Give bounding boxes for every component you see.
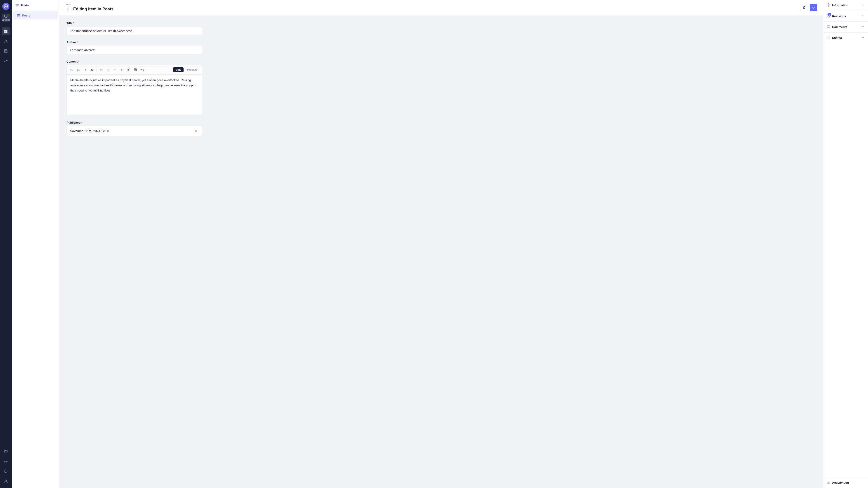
- header-left: Posts Editing Item in Posts: [65, 3, 114, 12]
- revisions-left: 7 Revisions: [827, 14, 846, 18]
- information-header[interactable]: Information: [823, 0, 868, 11]
- toolbar-blockquote-btn[interactable]: ": [112, 67, 118, 73]
- editor-toolbar: T T B I S: [67, 65, 202, 74]
- svg-text:3.: 3.: [107, 70, 107, 71]
- svg-point-15: [5, 461, 6, 462]
- main-content: Posts Editing Item in Posts: [59, 0, 823, 488]
- svg-rect-37: [134, 68, 136, 71]
- svg-text:T: T: [70, 69, 72, 71]
- published-label: Published *: [66, 121, 815, 124]
- tab-edit-btn[interactable]: Edit: [173, 67, 184, 72]
- date-clear-button[interactable]: [194, 129, 199, 133]
- shares-chevron-icon: [862, 36, 864, 40]
- svg-point-55: [829, 38, 830, 39]
- editor-body[interactable]: Mental health is just as important as ph…: [67, 74, 202, 115]
- right-panel: Information: [823, 0, 868, 488]
- toolbar-link-btn[interactable]: [125, 67, 131, 73]
- information-label: Information: [832, 4, 848, 7]
- nav-help-icon[interactable]: [2, 447, 10, 455]
- svg-point-14: [6, 452, 6, 453]
- svg-rect-6: [4, 31, 6, 33]
- shares-header[interactable]: Shares: [823, 33, 868, 43]
- svg-rect-17: [16, 4, 19, 4]
- nav-notifications-icon[interactable]: [2, 467, 10, 475]
- toolbar-heading-btn[interactable]: T T: [68, 67, 75, 73]
- comments-icon: [827, 25, 830, 29]
- toolbar-strikethrough-btn[interactable]: S: [89, 67, 95, 73]
- svg-point-29: [100, 71, 100, 71]
- toolbar-ordered-list-btn[interactable]: 1. 2. 3.: [105, 67, 111, 73]
- panel-section-shares: Shares: [823, 33, 868, 43]
- toolbar-italic-btn[interactable]: I: [82, 67, 88, 73]
- toolbar-bullet-list-btn[interactable]: [98, 67, 104, 73]
- comments-label: Comments: [832, 25, 847, 29]
- svg-point-43: [141, 69, 142, 70]
- svg-point-8: [5, 40, 6, 41]
- toolbar-image-btn[interactable]: [139, 67, 145, 73]
- svg-rect-4: [4, 30, 6, 31]
- panel-section-revisions: 7 Revisions: [823, 11, 868, 22]
- sidebar-item-posts[interactable]: Posts: [13, 11, 58, 20]
- header-actions: [800, 4, 817, 11]
- title-input[interactable]: [66, 27, 202, 35]
- title-required: *: [73, 22, 74, 25]
- toolbar-code-btn[interactable]: <>: [119, 67, 125, 73]
- svg-point-56: [827, 37, 828, 38]
- svg-rect-18: [16, 5, 19, 6]
- title-row: Editing Item in Posts: [65, 6, 114, 12]
- svg-point-27: [100, 70, 100, 70]
- nav-profile-icon[interactable]: [2, 477, 10, 485]
- content-required: *: [78, 60, 79, 63]
- nav-insights-icon[interactable]: [2, 57, 10, 65]
- published-date-wrap[interactable]: November 11th, 2024 12:00: [66, 126, 202, 136]
- nav-content-icon[interactable]: [2, 27, 10, 35]
- editor-tab-group: Edit Preview: [173, 67, 200, 72]
- nav-files-icon[interactable]: [2, 47, 10, 55]
- title-field: Title *: [66, 22, 815, 35]
- page-title: Editing Item in Posts: [73, 7, 114, 11]
- svg-rect-53: [827, 25, 830, 27]
- shares-label: Shares: [832, 36, 842, 39]
- toolbar-divider-1: [96, 68, 97, 72]
- revisions-label: Revisions: [832, 14, 846, 18]
- page-header: Posts Editing Item in Posts: [59, 0, 823, 15]
- tab-preview-btn[interactable]: Preview: [184, 67, 200, 72]
- app-logo[interactable]: [2, 3, 9, 10]
- svg-rect-22: [17, 16, 20, 17]
- content-field: Content * T T B I S: [66, 60, 815, 116]
- workspace-item[interactable]: Directus: [2, 13, 10, 22]
- panel-section-comments: Comments: [823, 22, 868, 33]
- svg-point-2: [5, 6, 6, 7]
- information-chevron-icon: [862, 4, 864, 7]
- svg-rect-5: [6, 30, 7, 31]
- svg-point-25: [100, 69, 100, 69]
- info-icon: [827, 3, 830, 7]
- author-label: Author *: [66, 41, 815, 44]
- delete-button[interactable]: [800, 4, 808, 11]
- nav-users-icon[interactable]: [2, 37, 10, 45]
- activity-log-icon: [827, 481, 830, 485]
- content-text: Mental health is just as important as ph…: [70, 78, 198, 93]
- svg-line-57: [828, 37, 829, 38]
- save-button[interactable]: [810, 4, 817, 11]
- author-required: *: [77, 41, 78, 44]
- sidebar-item-posts-label: Posts: [22, 14, 30, 17]
- sidebar-header: Posts: [12, 0, 59, 11]
- nav-settings-icon[interactable]: [2, 457, 10, 465]
- published-date-value: November 11th, 2024 12:00: [70, 129, 194, 133]
- activity-log-section[interactable]: Activity Log: [823, 477, 868, 488]
- author-input[interactable]: [66, 46, 202, 55]
- published-field: Published * November 11th, 2024 12:00: [66, 121, 815, 136]
- form-area: Title * Author * Content *: [59, 15, 823, 488]
- revisions-chevron-icon: [862, 14, 864, 18]
- content-editor: T T B I S: [66, 65, 202, 116]
- toolbar-bold-btn[interactable]: B: [75, 67, 82, 73]
- content-label: Content *: [66, 60, 815, 63]
- back-button[interactable]: [65, 6, 71, 12]
- toolbar-table-btn[interactable]: [132, 67, 138, 73]
- svg-point-54: [829, 36, 830, 37]
- author-field: Author *: [66, 41, 815, 55]
- revisions-header[interactable]: 7 Revisions: [823, 11, 868, 22]
- panel-section-information: Information: [823, 0, 868, 11]
- comments-header[interactable]: Comments: [823, 22, 868, 32]
